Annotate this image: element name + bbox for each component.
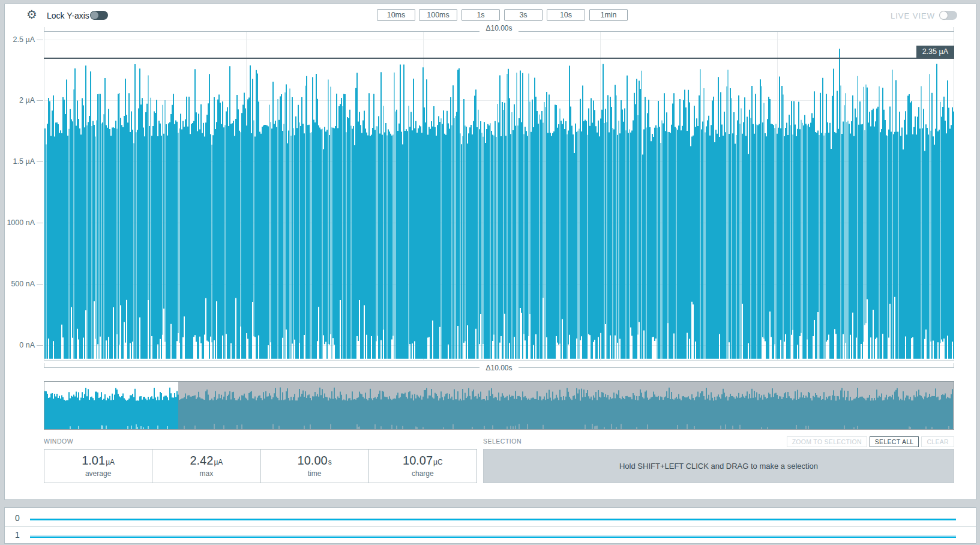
time-range-button-3s[interactable]: 3s [504,9,543,21]
lock-y-axis-label: Lock Y-axis [47,11,89,20]
window-section-title: WINDOW [44,438,73,445]
toggle-knob [91,11,98,19]
time-range-button-1s[interactable]: 1s [461,9,500,21]
toggle-knob [940,11,948,19]
current-trace [44,32,955,361]
live-view-label: LIVE VIEW [839,11,935,20]
stat-max: 2.42µA max [152,450,260,483]
y-axis-tick-label: 2.5 µA [0,35,35,44]
time-range-button-10s[interactable]: 10s [547,9,585,21]
digital-channel-0-label: 0 [10,513,25,523]
time-range-button-100ms[interactable]: 100ms [419,9,457,21]
digital-channel-1-label: 1 [10,530,25,540]
settings-gear-icon[interactable]: ⚙ [26,8,37,20]
current-chart[interactable] [44,32,954,361]
lock-y-axis-toggle[interactable] [90,11,108,20]
digital-channels-panel [4,507,976,544]
zoom-to-selection-button[interactable]: ZOOM TO SELECTION [787,436,867,447]
time-range-button-10ms[interactable]: 10ms [377,9,415,21]
channel-divider [5,526,976,527]
stat-charge: 10.07µC charge [369,450,476,483]
clear-selection-button[interactable]: CLEAR [921,436,954,447]
y-axis-tick-mark [37,345,43,346]
y-axis-tick-label: 0 nA [0,341,35,349]
max-marker-badge: 2.35 µA [916,46,954,58]
selection-hint-area[interactable]: Hold SHIFT+LEFT CLICK and DRAG to make a… [483,449,954,483]
y-axis-tick-label: 1.5 µA [0,157,35,166]
y-axis-tick-mark [37,223,43,223]
stat-time: 10.00s time [261,450,369,483]
minimap-scrollbar[interactable] [44,381,954,430]
selection-section-title: SELECTION [483,438,522,445]
max-marker-line [44,58,954,59]
selection-hint-text: Hold SHIFT+LEFT CLICK and DRAG to make a… [619,462,818,471]
y-axis-tick-label: 500 nA [0,280,35,288]
y-axis-tick-mark [37,100,43,101]
live-view-toggle[interactable] [939,11,957,20]
time-delta-label-top: Δ10.00s [44,24,954,32]
digital-channel-1-trace [30,535,956,538]
y-axis-tick-label: 1000 nA [0,218,35,227]
stat-average: 1.01µA average [44,450,152,483]
minimap-unselected-shade [178,382,954,429]
time-range-button-1min[interactable]: 1min [589,9,628,21]
y-axis-tick-label: 2 µA [0,96,35,104]
y-axis-tick-mark [37,161,43,162]
window-stats-box: 1.01µA average 2.42µA max 10.00s time 10… [44,449,477,483]
digital-channel-0-trace [30,518,956,520]
y-axis-tick-mark [37,40,43,40]
select-all-button[interactable]: SELECT ALL [870,436,919,447]
y-axis-tick-mark [37,284,43,285]
time-delta-label-bottom: Δ10.00s [44,364,954,372]
